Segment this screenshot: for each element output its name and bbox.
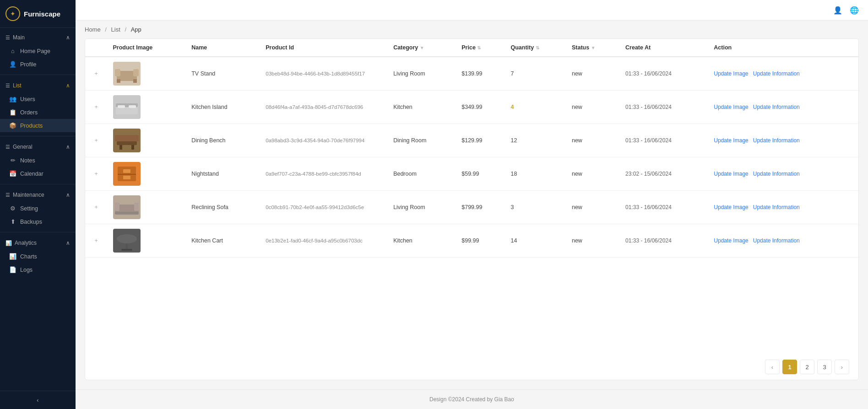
row-quantity: 3: [505, 191, 566, 224]
row-status: new: [566, 157, 620, 191]
row-status: new: [566, 191, 620, 224]
globe-icon[interactable]: 🌐: [850, 6, 859, 15]
sidebar-item-orders[interactable]: 📋 Orders: [0, 106, 76, 119]
products-table-container: Product Image Name Product Id Category ▼…: [85, 38, 859, 380]
row-expand[interactable]: +: [85, 91, 108, 124]
col-header-action: Action: [708, 39, 858, 57]
app-name: Furniscape: [24, 10, 60, 18]
sidebar-item-profile-label: Profile: [20, 61, 36, 68]
update-information-link[interactable]: Update Information: [753, 171, 800, 177]
sidebar-item-charts[interactable]: 📊 Charts: [0, 250, 76, 263]
svg-rect-18: [115, 203, 119, 211]
sidebar-section-list-label: List: [13, 82, 22, 89]
pagination-page-2[interactable]: 2: [800, 360, 814, 374]
col-header-expand: [85, 39, 108, 57]
sidebar-item-logs-label: Logs: [20, 267, 33, 273]
sidebar-item-notes[interactable]: ✏ Notes: [0, 154, 76, 167]
sidebar: ✦ Furniscape ☰ Main ∧ ⌂ Home Page 👤 Prof…: [0, 0, 76, 409]
update-image-link[interactable]: Update Image: [714, 137, 748, 144]
sidebar-item-logs[interactable]: 📄 Logs: [0, 263, 76, 276]
update-information-link[interactable]: Update Information: [753, 104, 800, 110]
sidebar-section-analytics-header[interactable]: 📊 Analytics ∧: [0, 236, 76, 250]
sidebar-item-profile[interactable]: 👤 Profile: [0, 58, 76, 71]
sidebar-item-products[interactable]: 📦 Products: [0, 119, 76, 132]
table-scroll-area[interactable]: Product Image Name Product Id Category ▼…: [85, 39, 858, 354]
pagination-next[interactable]: ›: [835, 360, 849, 374]
update-information-link[interactable]: Update Information: [753, 70, 800, 77]
collapse-icon: ‹: [37, 397, 38, 404]
update-information-link[interactable]: Update Information: [753, 237, 800, 244]
row-price: $99.99: [456, 224, 505, 258]
row-quantity: 18: [505, 157, 566, 191]
user-icon[interactable]: 👤: [833, 6, 842, 15]
sidebar-item-homepage[interactable]: ⌂ Home Page: [0, 44, 76, 58]
sidebar-section-main-label: Main: [13, 34, 25, 41]
breadcrumb-home[interactable]: Home: [85, 26, 101, 33]
footer-text: Design ©2024 Created by Gia Bao: [429, 396, 514, 403]
update-image-link[interactable]: Update Image: [714, 204, 748, 210]
row-create-at: 01:33 - 16/06/2024: [620, 57, 708, 91]
svg-rect-15: [123, 169, 130, 173]
hamburger-icon: ☰: [5, 35, 10, 41]
pagination-page-1[interactable]: 1: [782, 360, 797, 374]
row-product-id: 03beb48d-94be-4466-b43b-1d8d89455f17: [260, 57, 388, 91]
svg-point-21: [117, 234, 137, 243]
col-header-name: Name: [186, 39, 260, 57]
pagination: ‹ 1 2 3 ›: [85, 354, 858, 380]
products-icon: 📦: [9, 122, 16, 129]
notes-icon: ✏: [9, 157, 16, 164]
svg-rect-3: [117, 79, 120, 83]
sidebar-item-homepage-label: Home Page: [20, 48, 50, 54]
row-product-id: 0e13b2e1-fad0-46cf-9a4d-a95c0b6703dc: [260, 224, 388, 258]
sidebar-section-maintenance-header[interactable]: ☰ Maintenance ∧: [0, 188, 76, 202]
sidebar-item-charts-label: Charts: [20, 253, 37, 260]
row-expand[interactable]: +: [85, 224, 108, 258]
col-header-quantity[interactable]: Quantity ⇅: [505, 39, 566, 57]
col-header-category[interactable]: Category ▼: [388, 39, 456, 57]
sidebar-collapse-button[interactable]: ‹: [0, 391, 76, 409]
row-status: new: [566, 91, 620, 124]
update-image-link[interactable]: Update Image: [714, 70, 748, 77]
row-expand[interactable]: +: [85, 124, 108, 157]
sidebar-item-backups[interactable]: ⬆ Backups: [0, 215, 76, 228]
row-name: Dining Bench: [186, 124, 260, 157]
sidebar-section-main-header[interactable]: ☰ Main ∧: [0, 31, 76, 44]
category-filter-icon: ▼: [420, 45, 424, 50]
row-price: $59.99: [456, 157, 505, 191]
sidebar-section-main: ☰ Main ∧ ⌂ Home Page 👤 Profile: [0, 28, 76, 74]
sidebar-item-users[interactable]: 👥 Users: [0, 92, 76, 106]
col-header-price[interactable]: Price ⇅: [456, 39, 505, 57]
row-expand[interactable]: +: [85, 157, 108, 191]
row-expand[interactable]: +: [85, 57, 108, 91]
update-image-link[interactable]: Update Image: [714, 171, 748, 177]
profile-icon: 👤: [9, 61, 16, 68]
row-quantity: 4: [505, 91, 566, 124]
sidebar-section-general-label: General: [13, 144, 33, 150]
sidebar-item-calendar[interactable]: 📅 Calendar: [0, 167, 76, 180]
row-product-id: 0a9ef707-c23a-4788-be99-cbfc3957f84d: [260, 157, 388, 191]
app-logo: ✦ Furniscape: [0, 0, 76, 28]
sidebar-section-list-header[interactable]: ☰ List ∧: [0, 79, 76, 92]
row-image: [108, 124, 186, 157]
update-image-link[interactable]: Update Image: [714, 104, 748, 110]
svg-rect-20: [115, 212, 139, 215]
row-price: $349.99: [456, 91, 505, 124]
sidebar-item-setting[interactable]: ⚙ Setting: [0, 202, 76, 215]
update-information-link[interactable]: Update Information: [753, 137, 800, 144]
update-image-link[interactable]: Update Image: [714, 237, 748, 244]
row-image: [108, 91, 186, 124]
row-name: Nightstand: [186, 157, 260, 191]
col-header-status[interactable]: Status ▼: [566, 39, 620, 57]
breadcrumb-list[interactable]: List: [111, 26, 120, 33]
update-information-link[interactable]: Update Information: [753, 204, 800, 210]
row-action: Update Image Update Information: [708, 124, 858, 157]
row-name: Kitchen Cart: [186, 224, 260, 258]
pagination-prev[interactable]: ‹: [765, 360, 780, 374]
row-expand[interactable]: +: [85, 191, 108, 224]
row-image: [108, 57, 186, 91]
list-hamburger-icon: ☰: [5, 83, 10, 89]
row-create-at: 01:33 - 16/06/2024: [620, 91, 708, 124]
row-name: Kitchen Island: [186, 91, 260, 124]
sidebar-section-general-header[interactable]: ☰ General ∧: [0, 140, 76, 154]
pagination-page-3[interactable]: 3: [817, 360, 832, 374]
